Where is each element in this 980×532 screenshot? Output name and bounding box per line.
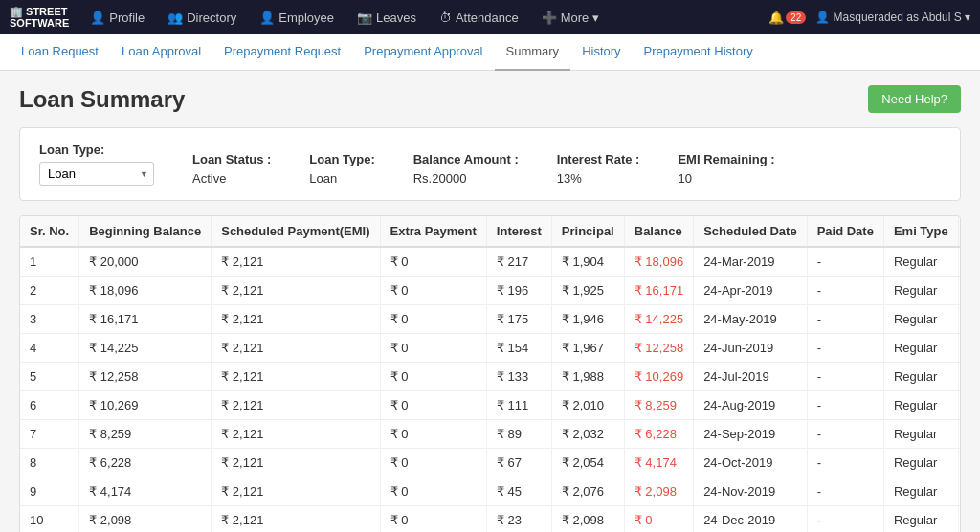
cell-extra-payment: ₹ 0 [380, 506, 486, 533]
cell-begin-balance: ₹ 20,000 [79, 247, 212, 277]
page-header: Loan Summary Need Help? [19, 85, 961, 113]
balance-amount-display: Balance Amount : Rs.20000 [413, 152, 519, 186]
cell-principal: ₹ 2,098 [551, 506, 624, 533]
cell-emi-type: Regular [883, 277, 958, 305]
prepayment-approval-label: Prepayment Approval [364, 44, 482, 58]
cell-paid-date: - [807, 363, 883, 391]
nav-employee[interactable]: 👤 Employee [248, 0, 345, 34]
nav-profile[interactable]: 👤 Profile [78, 0, 156, 34]
loan-type-display: Loan Type: Loan [309, 152, 374, 186]
cell-emi-type: Regular [883, 363, 958, 391]
col-extra-payment: Extra Payment [380, 216, 486, 247]
table-row: 7₹ 8,259₹ 2,121₹ 0₹ 89₹ 2,032₹ 6,22824-S… [20, 420, 961, 449]
subnav-prepayment-history[interactable]: Prepayment History [633, 34, 765, 71]
need-help-button[interactable]: Need Help? [868, 85, 961, 113]
cell-begin-balance: ₹ 8,259 [79, 420, 212, 449]
employee-icon: 👤 [259, 11, 275, 25]
cell-emi-type: Regular [883, 305, 958, 334]
cell-emi-type: Regular [883, 420, 958, 449]
cell-paid-date: - [807, 506, 883, 533]
table-row: 10₹ 2,098₹ 2,121₹ 0₹ 23₹ 2,098₹ 024-Dec-… [20, 506, 961, 533]
cell-emi-status: Active [958, 477, 961, 506]
cell-interest: ₹ 23 [486, 506, 551, 533]
cell-interest: ₹ 89 [486, 420, 551, 449]
cell-emi-type: Regular [883, 449, 958, 477]
cell-scheduled-date: 24-Apr-2019 [694, 277, 808, 305]
attendance-icon: ⏱ [439, 11, 452, 25]
main-content: Loan Summary Need Help? Loan Type: Loan … [0, 71, 980, 532]
cell-sr-no: 2 [20, 277, 79, 305]
cell-scheduled-emi: ₹ 2,121 [212, 334, 380, 363]
table-row: 8₹ 6,228₹ 2,121₹ 0₹ 67₹ 2,054₹ 4,17424-O… [20, 449, 961, 477]
cell-interest: ₹ 196 [486, 277, 551, 305]
table-body: 1₹ 20,000₹ 2,121₹ 0₹ 217₹ 1,904₹ 18,0962… [20, 247, 961, 532]
notifications[interactable]: 🔔 22 [768, 11, 806, 25]
emi-remaining-label: EMI Remaining : [678, 152, 774, 166]
col-balance: Balance [624, 216, 693, 247]
subnav-history[interactable]: History [570, 34, 632, 71]
table-row: 6₹ 10,269₹ 2,121₹ 0₹ 111₹ 2,010₹ 8,25924… [20, 391, 961, 420]
balance-amount-value: Rs.20000 [413, 171, 519, 186]
cell-principal: ₹ 1,925 [551, 277, 624, 305]
more-icon: ➕ [542, 11, 557, 25]
subnav-summary[interactable]: Summary [495, 34, 571, 71]
cell-sr-no: 4 [20, 334, 79, 363]
col-beginning-balance: Beginning Balance [79, 216, 212, 247]
cell-begin-balance: ₹ 6,228 [79, 449, 212, 477]
cell-principal: ₹ 1,988 [551, 363, 624, 391]
cell-balance: ₹ 6,228 [624, 420, 693, 449]
cell-emi-status: Active [958, 247, 961, 277]
cell-balance: ₹ 4,174 [624, 449, 693, 477]
cell-sr-no: 8 [20, 449, 79, 477]
cell-balance: ₹ 2,098 [624, 477, 693, 506]
loan-status-value: Active [192, 171, 271, 186]
cell-sr-no: 3 [20, 305, 79, 334]
cell-scheduled-date: 24-May-2019 [694, 305, 808, 334]
cell-sr-no: 9 [20, 477, 79, 506]
table-row: 2₹ 18,096₹ 2,121₹ 0₹ 196₹ 1,925₹ 16,1712… [20, 277, 961, 305]
cell-scheduled-emi: ₹ 2,121 [212, 420, 380, 449]
nav-attendance-label: Attendance [456, 11, 519, 25]
nav-attendance[interactable]: ⏱ Attendance [428, 0, 530, 34]
subnav-loan-approval[interactable]: Loan Approval [110, 34, 212, 71]
nav-leaves[interactable]: 📷 Leaves [345, 0, 428, 34]
loan-type-select[interactable]: Loan Advance [39, 162, 154, 186]
loan-type-filter-label: Loan Type: [39, 143, 154, 157]
loan-type-filter: Loan Type: Loan Advance [39, 143, 154, 186]
logo: 🏢 STREETSOFTWARE [10, 6, 69, 29]
cell-paid-date: - [807, 247, 883, 277]
cell-balance: ₹ 14,225 [624, 305, 693, 334]
subnav-prepayment-request[interactable]: Prepayment Request [212, 34, 352, 71]
cell-begin-balance: ₹ 12,258 [79, 363, 212, 391]
col-scheduled-emi: Scheduled Payment(EMI) [212, 216, 380, 247]
loan-type-display-value: Loan [309, 171, 374, 186]
cell-balance: ₹ 18,096 [624, 247, 693, 277]
interest-rate-value: 13% [557, 171, 640, 186]
cell-balance: ₹ 12,258 [624, 334, 693, 363]
subnav-loan-request[interactable]: Loan Request [10, 34, 110, 71]
cell-emi-status: Active [958, 305, 961, 334]
loan-approval-label: Loan Approval [122, 44, 201, 58]
loan-type-display-label: Loan Type: [309, 152, 374, 166]
cell-scheduled-emi: ₹ 2,121 [212, 477, 380, 506]
nav-more[interactable]: ➕ More ▾ [530, 0, 612, 34]
subnav-prepayment-approval[interactable]: Prepayment Approval [352, 34, 494, 71]
col-sr-no: Sr. No. [20, 216, 79, 247]
cell-begin-balance: ₹ 4,174 [79, 477, 212, 506]
cell-principal: ₹ 2,054 [551, 449, 624, 477]
cell-scheduled-date: 24-Sep-2019 [694, 420, 808, 449]
cell-emi-status: Active [958, 334, 961, 363]
balance-amount-label: Balance Amount : [413, 152, 519, 166]
top-navigation: 🏢 STREETSOFTWARE 👤 Profile 👥 Directory 👤… [0, 0, 980, 34]
cell-scheduled-date: 24-Jun-2019 [694, 334, 808, 363]
cell-emi-status: Active [958, 420, 961, 449]
cell-scheduled-date: 24-Oct-2019 [694, 449, 808, 477]
cell-emi-type: Regular [883, 334, 958, 363]
cell-scheduled-date: 24-Aug-2019 [694, 391, 808, 420]
cell-interest: ₹ 45 [486, 477, 551, 506]
table-row: 1₹ 20,000₹ 2,121₹ 0₹ 217₹ 1,904₹ 18,0962… [20, 247, 961, 277]
loan-table: Sr. No. Beginning Balance Scheduled Paym… [20, 216, 961, 532]
user-menu[interactable]: 👤 Masqueraded as Abdul S ▾ [815, 11, 970, 24]
nav-directory[interactable]: 👥 Directory [156, 0, 248, 34]
cell-extra-payment: ₹ 0 [380, 334, 486, 363]
